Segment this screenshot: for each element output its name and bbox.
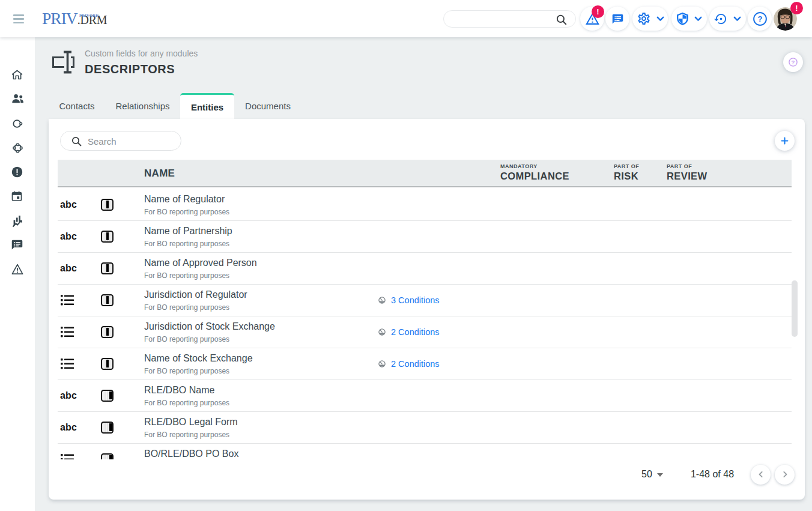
svg-text:?: ? [757, 14, 762, 23]
svg-text:?: ? [792, 59, 795, 65]
